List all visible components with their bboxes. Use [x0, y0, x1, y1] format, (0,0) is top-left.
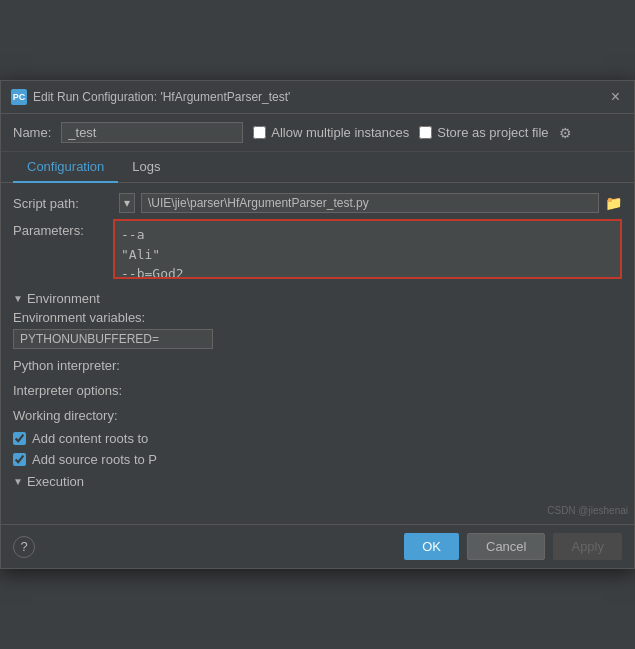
close-button[interactable]: × [607, 87, 624, 107]
footer-right: OK Cancel Apply [404, 533, 622, 560]
script-type-dropdown[interactable]: ▾ [119, 193, 135, 213]
add-content-roots-row: Add content roots to [13, 428, 622, 449]
tab-content: Script path: ▾ 📁 Parameters: --a "Ali" -… [1, 183, 634, 503]
add-content-roots-label: Add content roots to [32, 431, 148, 446]
script-path-input[interactable] [141, 193, 599, 213]
parameters-row: Parameters: --a "Ali" --b=God2 [13, 219, 622, 279]
footer: ? OK Cancel Apply [1, 524, 634, 568]
name-input[interactable] [61, 122, 243, 143]
working-directory-row: Working directory: [13, 403, 622, 428]
script-path-label: Script path: [13, 196, 113, 211]
environment-arrow-icon: ▼ [13, 293, 23, 304]
store-as-project-label: Store as project file [437, 125, 548, 140]
app-icon: PC [11, 89, 27, 105]
tab-logs[interactable]: Logs [118, 152, 174, 183]
execution-arrow-icon: ▼ [13, 476, 23, 487]
store-as-project-checkbox[interactable] [419, 126, 432, 139]
tab-configuration[interactable]: Configuration [13, 152, 118, 183]
environment-section-header[interactable]: ▼ Environment [13, 287, 622, 310]
interpreter-options-label: Interpreter options: [13, 383, 122, 398]
execution-section-header[interactable]: ▼ Execution [13, 470, 622, 493]
python-interpreter-label: Python interpreter: [13, 358, 120, 373]
store-as-project-group: Store as project file [419, 125, 548, 140]
add-content-roots-checkbox[interactable] [13, 432, 26, 445]
ok-button[interactable]: OK [404, 533, 459, 560]
parameters-label: Parameters: [13, 219, 113, 238]
parameters-textarea[interactable]: --a "Ali" --b=God2 [113, 219, 622, 279]
name-label: Name: [13, 125, 51, 140]
env-variables-label: Environment variables: [13, 310, 622, 325]
add-source-roots-checkbox[interactable] [13, 453, 26, 466]
env-variables-row: Environment variables: [13, 310, 622, 349]
name-bar: Name: Allow multiple instances Store as … [1, 114, 634, 152]
folder-icon[interactable]: 📁 [605, 195, 622, 211]
watermark: CSDN @jieshenai [1, 503, 634, 518]
environment-section-label: Environment [27, 291, 100, 306]
allow-multiple-checkbox[interactable] [253, 126, 266, 139]
footer-left: ? [13, 536, 35, 558]
apply-button[interactable]: Apply [553, 533, 622, 560]
script-path-row: Script path: ▾ 📁 [13, 193, 622, 213]
dialog: PC Edit Run Configuration: 'HfArgumentPa… [0, 80, 635, 569]
add-source-roots-label: Add source roots to P [32, 452, 157, 467]
tabs: Configuration Logs [1, 152, 634, 183]
cancel-button[interactable]: Cancel [467, 533, 545, 560]
interpreter-options-row: Interpreter options: [13, 378, 622, 403]
working-directory-label: Working directory: [13, 408, 118, 423]
dialog-title: Edit Run Configuration: 'HfArgumentParse… [33, 90, 290, 104]
env-variables-input[interactable] [13, 329, 213, 349]
python-interpreter-row: Python interpreter: [13, 353, 622, 378]
add-source-roots-row: Add source roots to P [13, 449, 622, 470]
allow-multiple-group: Allow multiple instances [253, 125, 409, 140]
allow-multiple-label: Allow multiple instances [271, 125, 409, 140]
execution-section-label: Execution [27, 474, 84, 489]
gear-icon[interactable]: ⚙ [559, 125, 572, 141]
help-button[interactable]: ? [13, 536, 35, 558]
title-bar-left: PC Edit Run Configuration: 'HfArgumentPa… [11, 89, 290, 105]
title-bar: PC Edit Run Configuration: 'HfArgumentPa… [1, 81, 634, 114]
